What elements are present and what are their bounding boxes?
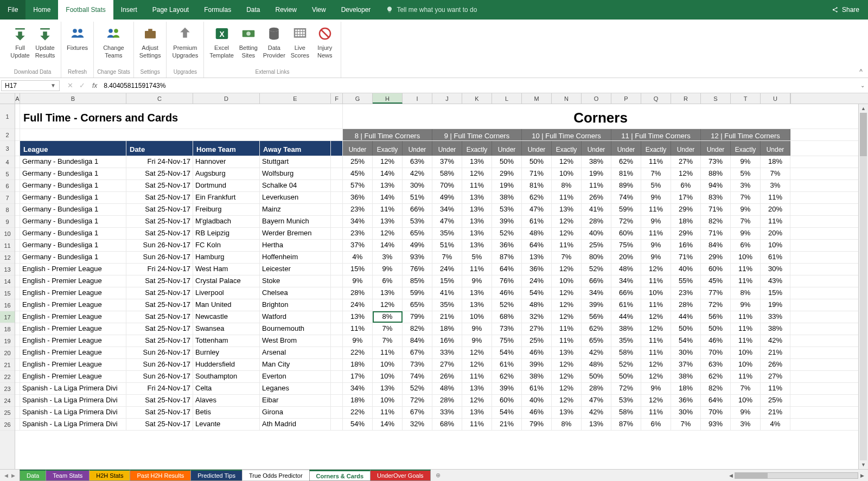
cell-L16[interactable]: 52% [492,299,522,311]
cell-I20[interactable]: 67% [403,347,432,358]
scroll-down-button[interactable]: ▼ [859,460,868,469]
cell-N17[interactable]: 12% [552,311,582,323]
cell-T8[interactable]: 9% [731,204,761,215]
cell-A24[interactable] [15,395,20,406]
col-header-T[interactable]: T [731,93,761,104]
cell-P21[interactable]: 52% [611,359,641,370]
cell-K24[interactable]: 12% [462,395,492,406]
cell-L11[interactable]: 36% [492,240,522,251]
cell-H11[interactable]: 14% [373,240,403,251]
cell-league-11[interactable]: Germany - Bundesliga 1 [20,240,126,251]
cell-F20[interactable] [331,347,343,358]
cell-date-19[interactable]: Sat 25-Nov-17 [126,335,193,347]
row-header-21[interactable]: 21 [0,359,15,371]
cell-home-22[interactable]: Southampton [193,371,260,382]
cell-O11[interactable]: 25% [582,240,611,251]
cell-A17[interactable] [15,311,20,323]
cell-P16[interactable]: 61% [611,299,641,311]
cell-I19[interactable]: 84% [403,335,432,347]
update-results-button[interactable]: Update Results [33,23,58,61]
cell-home-9[interactable]: M'gladbach [193,216,260,227]
premium-upgrades-button[interactable]: Premium Upgrades [170,23,200,61]
cell-R14[interactable]: 55% [671,275,701,287]
vscroll-thumb[interactable] [860,113,867,156]
cell-M25[interactable]: 46% [522,407,552,418]
cell-away-8[interactable]: Mainz [260,204,331,215]
cell-Q18[interactable]: 12% [641,323,671,335]
cell-date-5[interactable]: Sat 25-Nov-17 [126,168,193,179]
cell-date-21[interactable]: Sun 26-Nov-17 [126,359,193,370]
cell-H9[interactable]: 13% [373,216,403,227]
cell-date-4[interactable]: Fri 24-Nov-17 [126,156,193,168]
row-header-16[interactable]: 16 [0,299,15,311]
cell-P20[interactable]: 58% [611,347,641,358]
cell-league-14[interactable]: English - Premier League [20,275,126,287]
cell-R18[interactable]: 50% [671,323,701,335]
cell-L10[interactable]: 52% [492,228,522,239]
cell-F6[interactable] [331,180,343,191]
cell-S16[interactable]: 72% [701,299,731,311]
cell-away-9[interactable]: Bayern Munich [260,216,331,227]
cell-A1[interactable] [15,104,20,129]
cell-A19[interactable] [15,335,20,347]
cell-date-13[interactable]: Fri 24-Nov-17 [126,264,193,275]
cell-Q26[interactable]: 6% [641,419,671,430]
cell-A7[interactable] [15,192,20,203]
cell-league-24[interactable]: Spanish - La Liga Primera Divi [20,395,126,406]
cell-N10[interactable]: 12% [552,228,582,239]
cell-F4[interactable] [331,156,343,168]
cell-R7[interactable]: 17% [671,192,701,203]
cell-P13[interactable]: 48% [611,264,641,275]
cell-Q23[interactable]: 9% [641,383,671,394]
cell-R4[interactable]: 27% [671,156,701,168]
cell-A22[interactable] [15,371,20,382]
cell-league-21[interactable]: English - Premier League [20,359,126,370]
cell-F5[interactable] [331,168,343,179]
cell-J23[interactable]: 48% [432,383,462,394]
cell-date-14[interactable]: Sat 25-Nov-17 [126,275,193,287]
cell-T16[interactable]: 9% [731,299,761,311]
cell-O6[interactable]: 11% [582,180,611,191]
cell-I24[interactable]: 72% [403,395,432,406]
hscroll-track[interactable] [735,472,858,479]
cell-M17[interactable]: 32% [522,311,552,323]
cell-T20[interactable]: 10% [731,347,761,358]
cell-G11[interactable]: 37% [343,240,373,251]
cell-date-16[interactable]: Sat 25-Nov-17 [126,299,193,311]
cell-U24[interactable]: 25% [761,395,790,406]
cell-T12[interactable]: 10% [731,252,761,263]
cell-S13[interactable]: 60% [701,264,731,275]
cell-home-5[interactable]: Augsburg [193,168,260,179]
cell-O13[interactable]: 52% [582,264,611,275]
cell-O25[interactable]: 42% [582,407,611,418]
cell-O16[interactable]: 39% [582,299,611,311]
cell-K6[interactable]: 11% [462,180,492,191]
cell-O9[interactable]: 28% [582,216,611,227]
cell-home-4[interactable]: Hannover [193,156,260,168]
cell-F14[interactable] [331,275,343,287]
tab-football-stats[interactable]: Football Stats [58,0,113,20]
cell-date-10[interactable]: Sat 25-Nov-17 [126,228,193,239]
cell-M18[interactable]: 27% [522,323,552,335]
cell-P4[interactable]: 62% [611,156,641,168]
col-header-B[interactable]: B [20,93,126,104]
cell-O8[interactable]: 41% [582,204,611,215]
cell-N8[interactable]: 13% [552,204,582,215]
cell-home-13[interactable]: West Ham [193,264,260,275]
cell-G8[interactable]: 23% [343,204,373,215]
col-header-H[interactable]: H [373,93,403,104]
cell-home-25[interactable]: Betis [193,407,260,418]
expand-formula-bar-button[interactable]: ⌄ [857,82,868,88]
cell-L7[interactable]: 38% [492,192,522,203]
cell-I13[interactable]: 76% [403,264,432,275]
cell-J9[interactable]: 47% [432,216,462,227]
cell-G20[interactable]: 22% [343,347,373,358]
cell-home-8[interactable]: Freiburg [193,204,260,215]
col-header-D[interactable]: D [193,93,260,104]
cell-N7[interactable]: 11% [552,192,582,203]
cell-H22[interactable]: 10% [373,371,403,382]
cell-M15[interactable]: 54% [522,287,552,299]
tab-view[interactable]: View [304,0,334,20]
cell-K14[interactable]: 9% [462,275,492,287]
cell-league-13[interactable]: English - Premier League [20,264,126,275]
